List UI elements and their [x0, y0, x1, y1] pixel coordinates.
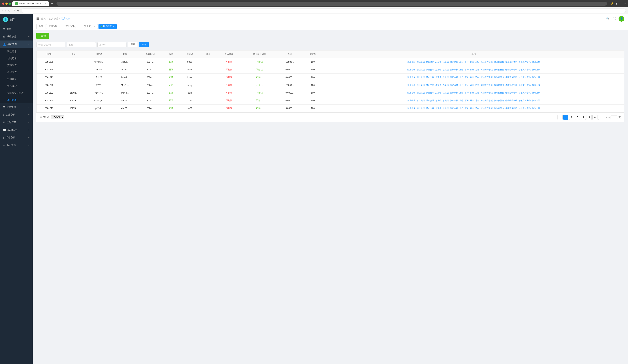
action-link[interactable]: 上分 — [459, 91, 463, 94]
tab-funds[interactable]: 资金流水 ✕ — [82, 24, 98, 29]
page-btn-3[interactable]: 3 — [575, 115, 580, 120]
sidebar-item-new-coin[interactable]: ✦ 新币管理 ▼ — [0, 142, 33, 149]
action-link[interactable]: 总提现 — [443, 61, 449, 63]
sidebar-item-wallet[interactable]: 钱包地址 — [0, 76, 33, 83]
action-link[interactable]: 冻结 — [475, 107, 479, 109]
sidebar-item-funds[interactable]: 资金流水 — [0, 48, 33, 55]
action-link[interactable]: 资产余额 — [450, 91, 458, 94]
action-link[interactable]: 上分 — [459, 69, 463, 71]
reset-button[interactable]: 重置 — [128, 42, 138, 47]
action-link[interactable]: 修改上级 — [532, 69, 540, 71]
userid-input[interactable] — [97, 42, 127, 47]
action-link[interactable]: 踢出 — [470, 107, 474, 109]
action-link[interactable]: 禁止登录 — [407, 107, 415, 109]
action-link[interactable]: 修改上级 — [532, 99, 540, 102]
sidebar-item-base[interactable]: 📖 基础配置 ▼ — [0, 126, 33, 134]
sidebar-item-home[interactable]: ⊞ 首页 — [0, 25, 33, 33]
action-link[interactable]: 总提现 — [443, 84, 449, 86]
action-link[interactable]: 总充值 — [435, 107, 441, 109]
tab-close-btn[interactable]: ✕ — [45, 3, 46, 5]
nickname-input[interactable] — [67, 42, 96, 47]
action-link[interactable]: 修改支付密码 — [519, 61, 531, 63]
shield-icon[interactable]: 🛡 — [620, 2, 622, 5]
action-link[interactable]: 总充值 — [435, 91, 441, 94]
action-link[interactable]: 资产余额 — [450, 76, 458, 78]
page-btn-4[interactable]: 4 — [581, 115, 586, 120]
search-icon[interactable]: 🔍 — [606, 17, 610, 20]
action-link[interactable]: 踢出 — [470, 61, 474, 63]
action-link[interactable]: 修改信誉分 — [494, 99, 504, 102]
action-link[interactable]: 禁止登录 — [407, 76, 415, 78]
sidebar-item-bank[interactable]: 银行收款 — [0, 83, 33, 89]
action-link[interactable]: 禁止登录 — [407, 91, 415, 94]
action-link[interactable]: 禁止交易 — [426, 61, 434, 63]
maximize-dot[interactable] — [9, 2, 11, 5]
action-link[interactable]: 禁止提现 — [417, 99, 425, 102]
query-button[interactable]: 查询 — [139, 42, 149, 47]
action-link[interactable]: 冻结 — [475, 84, 479, 86]
action-link[interactable]: 修改登录密码 — [505, 91, 517, 94]
action-link[interactable]: 冻结 — [475, 99, 479, 102]
action-link[interactable]: 修改信誉分 — [494, 84, 504, 86]
action-link[interactable]: 修改上级 — [532, 76, 540, 78]
action-link[interactable]: 禁止提现 — [417, 76, 425, 78]
action-link[interactable]: 资产余额 — [450, 84, 458, 86]
tab-admin-log-close[interactable]: ✕ — [77, 25, 79, 27]
action-link[interactable]: 禁止提现 — [417, 61, 425, 63]
action-link[interactable]: 总提现 — [443, 76, 449, 78]
action-link[interactable]: 踢出 — [470, 76, 474, 78]
action-link[interactable]: 冻结资产余额 — [481, 84, 493, 86]
action-link[interactable]: 冻结资产余额 — [481, 91, 493, 94]
action-link[interactable]: 上分 — [459, 61, 463, 63]
new-tab-btn[interactable]: + — [51, 2, 53, 5]
action-link[interactable]: 禁止交易 — [426, 69, 434, 71]
action-link[interactable]: 总提现 — [443, 91, 449, 94]
action-link[interactable]: 修改信誉分 — [494, 61, 504, 63]
avatar[interactable]: 👤 — [619, 16, 624, 22]
sidebar-item-kyc[interactable]: 初高级认证列表 — [0, 89, 33, 96]
action-link[interactable]: 总充值 — [435, 69, 441, 71]
page-btn-5[interactable]: 5 — [587, 115, 592, 120]
action-link[interactable]: 禁止交易 — [426, 107, 434, 109]
tab-permissions[interactable]: 权限分配 ✕ — [46, 24, 62, 29]
action-link[interactable]: 冻结资产余额 — [481, 69, 493, 71]
per-page-select[interactable]: 10条/页 20条/页 50条/页 — [51, 115, 64, 119]
sidebar-item-quick[interactable]: ¥ 急速交易 ▼ — [0, 111, 33, 119]
breadcrumb-customer[interactable]: 客户管理 — [49, 17, 58, 20]
action-link[interactable]: 修改信誉分 — [494, 107, 504, 109]
action-link[interactable]: 下分 — [465, 69, 469, 71]
action-link[interactable]: 修改支付密码 — [519, 107, 531, 109]
action-link[interactable]: 冻结 — [475, 76, 479, 78]
sidebar-item-withdraw[interactable]: 提现列表 — [0, 69, 33, 76]
address-bar[interactable] — [57, 2, 607, 6]
action-link[interactable]: 修改支付密码 — [519, 91, 531, 94]
bookmark-btn[interactable]: ⛉ — [12, 9, 15, 12]
action-link[interactable]: 总充值 — [435, 84, 441, 86]
reload-btn[interactable]: ↻ — [8, 9, 10, 12]
username-input[interactable] — [36, 42, 65, 47]
browser-tab[interactable]: Virtual currency backend ✕ — [12, 1, 49, 6]
action-link[interactable]: 上分 — [459, 99, 463, 102]
sidebar-item-platform[interactable]: ⊞ 平台管理 ▼ — [0, 103, 33, 111]
action-link[interactable]: 修改信誉分 — [494, 69, 504, 71]
action-link[interactable]: 下分 — [465, 91, 469, 94]
breadcrumb-home[interactable]: 首页 — [41, 17, 46, 20]
action-link[interactable]: 上分 — [459, 76, 463, 78]
hamburger-icon[interactable]: ☰ — [36, 17, 39, 20]
action-link[interactable]: 资产余额 — [450, 69, 458, 71]
action-link[interactable]: 下分 — [465, 107, 469, 109]
action-link[interactable]: 冻结 — [475, 61, 479, 63]
action-link[interactable]: 修改信誉分 — [494, 91, 504, 94]
action-link[interactable]: 冻结 — [475, 69, 479, 71]
forward-btn[interactable]: › — [5, 9, 6, 12]
tab-funds-close[interactable]: ✕ — [94, 25, 95, 27]
key-icon[interactable]: 🔑 — [611, 2, 614, 5]
action-link[interactable]: 修改支付密码 — [519, 84, 531, 86]
action-link[interactable]: 资产余额 — [450, 99, 458, 102]
action-link[interactable]: 禁止交易 — [426, 76, 434, 78]
action-link[interactable]: 上分 — [459, 107, 463, 109]
action-link[interactable]: 修改上级 — [532, 61, 540, 63]
action-link[interactable]: 禁止提现 — [417, 84, 425, 86]
action-link[interactable]: 禁止登录 — [407, 69, 415, 71]
page-btn-6[interactable]: 6 — [592, 115, 598, 120]
